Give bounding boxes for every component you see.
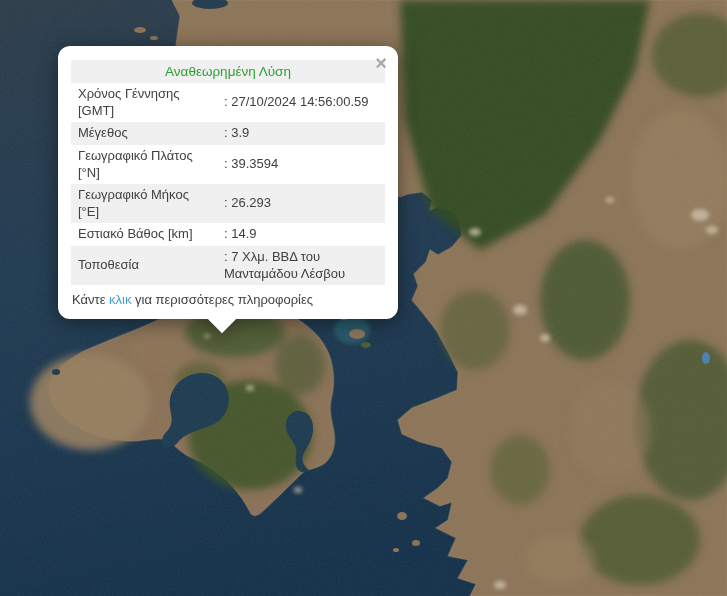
satellite-map[interactable]: × Αναθεωρημένη Λύση Χρόνος Γέννησης [GMT…	[0, 0, 727, 596]
info-row-value: : 27/10/2024 14:56:00.59	[217, 83, 385, 122]
west-cove	[52, 369, 60, 375]
info-row: Γεωγραφικό Πλάτος [°N]: 39.3594	[71, 145, 385, 184]
footer-text-after: για περισσότερες πληροφορίες	[131, 292, 313, 307]
info-row-label: Εστιακό Βάθος [km]	[71, 223, 217, 246]
info-row-value: : 39.3594	[217, 145, 385, 184]
info-row: Γεωγραφικό Μήκος [°E]: 26.293	[71, 184, 385, 223]
info-row: Εστιακό Βάθος [km]: 14.9	[71, 223, 385, 246]
footer-text-before: Κάντε	[72, 292, 109, 307]
info-row: Μέγεθος: 3.9	[71, 122, 385, 145]
popup-title-row: Αναθεωρημένη Λύση	[71, 60, 385, 83]
earthquake-popup: × Αναθεωρημένη Λύση Χρόνος Γέννησης [GMT…	[58, 46, 398, 319]
small-lake	[702, 352, 710, 364]
info-row: Χρόνος Γέννησης [GMT]: 27/10/2024 14:56:…	[71, 83, 385, 122]
popup-body: × Αναθεωρημένη Λύση Χρόνος Γέννησης [GMT…	[58, 46, 398, 319]
map-application-window: × Αναθεωρημένη Λύση Χρόνος Γέννησης [GMT…	[0, 0, 727, 596]
info-row-value: : 3.9	[217, 122, 385, 145]
more-info-link[interactable]: κλικ	[109, 292, 131, 307]
info-row-label: Γεωγραφικό Μήκος [°E]	[71, 184, 217, 223]
info-row-value: : 7 Χλμ. ΒΒΔ του Μανταμάδου Λέσβου	[217, 246, 385, 285]
info-row-value: : 26.293	[217, 184, 385, 223]
info-row-label: Μέγεθος	[71, 122, 217, 145]
info-row: Τοποθεσία: 7 Χλμ. ΒΒΔ του Μανταμάδου Λέσ…	[71, 246, 385, 285]
popup-footer: Κάντε κλικ για περισσότερες πληροφορίες	[71, 285, 385, 309]
popup-title: Αναθεωρημένη Λύση	[71, 60, 385, 83]
popup-close-button[interactable]: ×	[373, 51, 389, 75]
earthquake-info-table: Αναθεωρημένη Λύση Χρόνος Γέννησης [GMT]:…	[71, 60, 385, 285]
info-row-label: Τοποθεσία	[71, 246, 217, 285]
info-row-label: Γεωγραφικό Πλάτος [°N]	[71, 145, 217, 184]
info-row-label: Χρόνος Γέννησης [GMT]	[71, 83, 217, 122]
info-row-value: : 14.9	[217, 223, 385, 246]
